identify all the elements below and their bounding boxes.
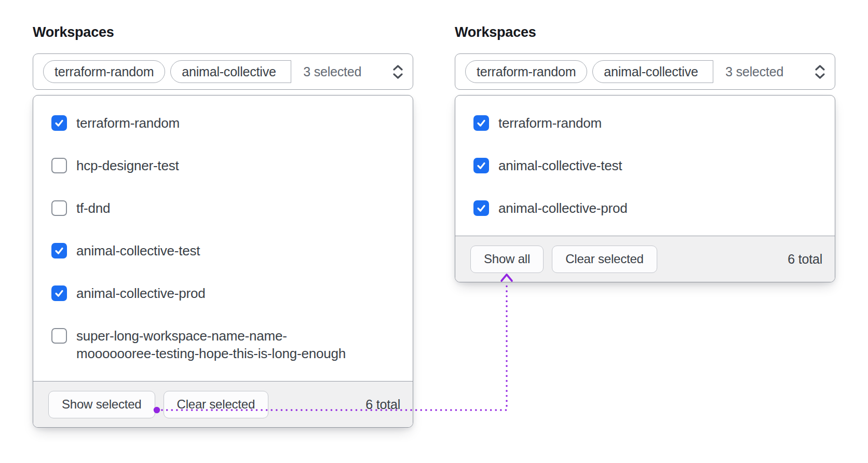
clear-selected-button[interactable]: Clear selected [552, 246, 657, 273]
show-all-button[interactable]: Show all [470, 246, 544, 273]
option-row[interactable]: hcp-designer-test [33, 144, 413, 187]
multiselect-listbox: terraform-random animal-collective-test … [455, 95, 835, 282]
option-label: hcp-designer-test [76, 157, 179, 174]
selected-tag: terraform-random [43, 60, 165, 83]
unfold-chevrons-icon [813, 64, 827, 80]
option-row[interactable]: terraform-random [33, 102, 413, 144]
option-row-long-name[interactable]: super-long-workspace-name-name- moooooor… [33, 315, 413, 375]
option-row[interactable]: tf-dnd [33, 187, 413, 229]
option-list: terraform-random hcp-designer-test tf-dn… [33, 96, 413, 381]
checkbox[interactable] [51, 158, 67, 173]
clear-selected-button[interactable]: Clear selected [164, 391, 269, 418]
checkbox[interactable] [51, 200, 67, 216]
selected-tag: terraform-random [465, 60, 587, 83]
option-label: terraform-random [498, 114, 602, 132]
multiselect-trigger[interactable]: terraform-random animal-collective 3 sel… [455, 53, 835, 90]
option-list: terraform-random animal-collective-test … [455, 96, 835, 236]
option-label: terraform-random [76, 114, 180, 132]
check-icon [476, 203, 486, 213]
checkbox[interactable] [51, 328, 67, 344]
check-icon [54, 288, 64, 298]
checkbox[interactable] [473, 115, 489, 131]
option-label: super-long-workspace-name-name- moooooor… [76, 327, 346, 362]
option-label: tf-dnd [76, 199, 110, 217]
option-label: animal-collective-prod [76, 284, 205, 302]
workspaces-multiselect-all-options: Workspaces terraform-random animal-colle… [33, 24, 413, 428]
check-icon [54, 246, 64, 256]
workspaces-field-label: Workspaces [33, 24, 413, 40]
workspaces-field-label: Workspaces [455, 24, 835, 40]
option-row[interactable]: animal-collective-prod [455, 187, 835, 229]
listbox-footer: Show all Clear selected 6 total [455, 236, 835, 282]
checkbox[interactable] [473, 200, 489, 216]
selected-tag-truncated: animal-collective [170, 60, 291, 83]
option-row[interactable]: animal-collective-test [455, 144, 835, 187]
check-icon [54, 118, 64, 128]
option-label: animal-collective-test [498, 157, 622, 174]
checkbox[interactable] [473, 158, 489, 173]
option-row[interactable]: animal-collective-prod [33, 272, 413, 315]
selected-tag-truncated: animal-collective [592, 60, 713, 83]
multiselect-trigger[interactable]: terraform-random animal-collective 3 sel… [33, 53, 413, 90]
option-label: animal-collective-test [76, 242, 200, 260]
workspaces-multiselect-selected-only: Workspaces terraform-random animal-colle… [455, 24, 835, 282]
checkbox[interactable] [51, 115, 67, 131]
option-label-line-1: super-long-workspace-name-name- [76, 327, 346, 345]
checkbox[interactable] [51, 285, 67, 301]
multiselect-listbox: terraform-random hcp-designer-test tf-dn… [33, 95, 413, 428]
check-icon [476, 118, 486, 128]
show-selected-button[interactable]: Show selected [48, 391, 155, 418]
total-count-label: 6 total [788, 252, 822, 267]
selected-count-label: 3 selected [725, 64, 783, 79]
option-row[interactable]: animal-collective-test [33, 229, 413, 272]
total-count-label: 6 total [365, 397, 400, 412]
option-row[interactable]: terraform-random [455, 102, 835, 144]
selected-count-label: 3 selected [303, 64, 361, 79]
checkbox[interactable] [51, 243, 67, 258]
listbox-footer: Show selected Clear selected 6 total [33, 381, 413, 427]
check-icon [476, 160, 486, 171]
option-label: animal-collective-prod [498, 199, 627, 217]
option-label-line-2: mooooooree-testing-hope-this-is-long-eno… [76, 345, 346, 362]
unfold-chevrons-icon [391, 64, 405, 80]
